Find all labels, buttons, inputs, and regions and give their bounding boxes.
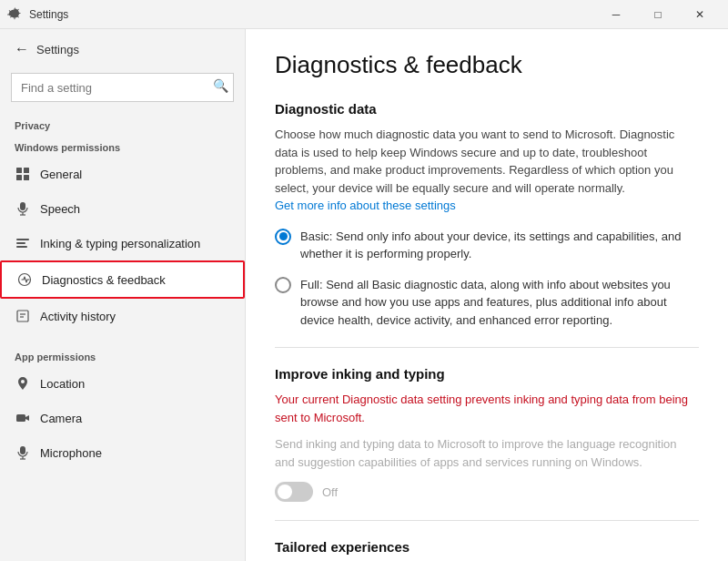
svg-rect-4 [20, 202, 25, 210]
general-label: General [40, 168, 82, 181]
back-button[interactable]: ← Settings [0, 29, 245, 69]
improve-inking-section: Improve inking and typing Your current D… [275, 366, 699, 502]
app-permissions-label: App permissions [0, 344, 245, 366]
titlebar-title: Settings [29, 8, 595, 21]
sidebar-item-camera[interactable]: Camera [0, 401, 245, 435]
radio-option-full[interactable]: Full: Send all Basic diagnostic data, al… [275, 276, 699, 330]
svg-rect-8 [16, 242, 25, 244]
search-box: 🔍 [11, 73, 234, 102]
window-controls: ─ □ ✕ [595, 0, 721, 29]
titlebar: Settings ─ □ ✕ [0, 0, 728, 29]
inking-toggle-label: Off [322, 485, 338, 499]
search-button[interactable]: 🔍 [213, 78, 228, 93]
windows-permissions-label: Windows permissions [0, 135, 245, 157]
sidebar-item-speech[interactable]: Speech [0, 191, 245, 226]
camera-icon [15, 410, 31, 426]
search-input[interactable] [11, 73, 234, 102]
svg-rect-2 [16, 175, 22, 180]
activity-icon [15, 308, 31, 324]
svg-rect-15 [20, 446, 25, 454]
sidebar-item-activity[interactable]: Activity history [0, 299, 245, 333]
activity-label: Activity history [40, 310, 116, 323]
sidebar-item-location[interactable]: Location [0, 366, 245, 401]
svg-rect-14 [16, 414, 25, 422]
location-icon [15, 375, 31, 392]
general-icon [15, 166, 31, 182]
sidebar-item-microphone[interactable]: Microphone [0, 435, 245, 470]
radio-option-basic[interactable]: Basic: Send only info about your device,… [275, 228, 699, 263]
speech-icon [15, 200, 31, 217]
tailored-experiences-title: Tailored experiences [275, 539, 699, 555]
location-label: Location [40, 377, 85, 391]
section-divider-2 [275, 520, 699, 521]
page-title: Diagnostics & feedback [275, 51, 699, 79]
minimize-button[interactable]: ─ [595, 0, 637, 29]
sidebar: ← Settings 🔍 Privacy Windows permissions… [0, 29, 246, 561]
section-divider-1 [275, 347, 699, 348]
inking-icon [15, 235, 31, 251]
back-label: Settings [36, 43, 79, 56]
microphone-icon [15, 444, 31, 461]
sidebar-item-diagnostics[interactable]: Diagnostics & feedback [0, 260, 245, 299]
radio-basic-circle[interactable] [275, 229, 291, 245]
diagnostics-label: Diagnostics & feedback [42, 273, 166, 287]
svg-rect-0 [16, 168, 22, 173]
svg-rect-11 [17, 311, 28, 321]
more-info-link[interactable]: Get more info about these settings [275, 199, 456, 212]
app-container: ← Settings 🔍 Privacy Windows permissions… [0, 29, 728, 561]
diagnostic-data-title: Diagnostic data [275, 101, 699, 117]
tailored-experiences-section: Tailored experiences [275, 539, 699, 555]
radio-basic-label: Basic: Send only info about your device,… [300, 228, 699, 263]
svg-rect-1 [24, 168, 29, 173]
improve-inking-title: Improve inking and typing [275, 366, 699, 382]
settings-icon [7, 7, 22, 22]
maximize-button[interactable]: □ [637, 0, 679, 29]
diagnostic-data-description: Choose how much diagnostic data you want… [275, 126, 699, 215]
inking-toggle-row: Off [275, 482, 699, 502]
speech-label: Speech [40, 202, 80, 216]
diagnostics-icon [16, 271, 33, 288]
toggle-thumb [278, 484, 292, 499]
improve-inking-description: Send inking and typing data to Microsoft… [275, 435, 699, 471]
inking-toggle[interactable] [275, 482, 313, 502]
close-button[interactable]: ✕ [679, 0, 721, 29]
svg-rect-3 [24, 175, 29, 180]
inking-label: Inking & typing personalization [40, 237, 200, 250]
privacy-section-label: Privacy [0, 113, 245, 135]
svg-rect-7 [16, 239, 29, 240]
microphone-label: Microphone [40, 446, 102, 460]
sidebar-item-inking[interactable]: Inking & typing personalization [0, 226, 245, 260]
back-arrow-icon: ← [15, 41, 29, 57]
camera-label: Camera [40, 412, 82, 425]
sidebar-item-general[interactable]: General [0, 157, 245, 191]
diagnostic-data-section: Diagnostic data Choose how much diagnost… [275, 101, 699, 329]
improve-inking-warning: Your current Diagnostic data setting pre… [275, 391, 699, 426]
radio-full-circle[interactable] [275, 277, 291, 293]
main-content: Diagnostics & feedback Diagnostic data C… [246, 29, 728, 561]
radio-full-label: Full: Send all Basic diagnostic data, al… [300, 276, 699, 330]
svg-rect-9 [16, 246, 27, 248]
